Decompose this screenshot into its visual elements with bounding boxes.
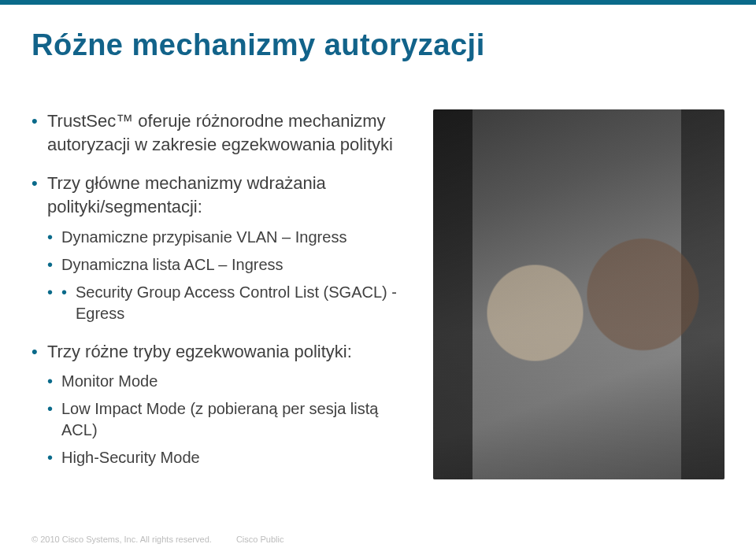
bullet-text: Trzy główne mechanizmy wdrażania polityk… xyxy=(47,173,326,216)
bullet-item: Dynamiczna lista ACL – Ingress xyxy=(47,254,410,276)
bullet-item: High-Security Mode xyxy=(47,447,410,468)
slide-title: Różne mechanizmy autoryzacji xyxy=(32,28,724,62)
top-accent-bar xyxy=(0,0,756,5)
bullet-text: Trzy różne tryby egzekwowania polityki: xyxy=(47,342,352,361)
bullet-item: Monitor Mode xyxy=(47,371,410,392)
bullet-item: Trzy główne mechanizmy wdrażania polityk… xyxy=(32,172,410,324)
bullet-text: Monitor Mode xyxy=(61,372,158,390)
image-column xyxy=(428,109,724,479)
bullet-text: High-Security Mode xyxy=(61,449,200,466)
bullet-list-level2: Monitor Mode Low Impact Mode (z pobieran… xyxy=(47,371,410,468)
bullet-text: Security Group Access Control List (SGAC… xyxy=(76,283,397,322)
slide-photo xyxy=(433,109,724,479)
content-row: TrustSec™ oferuje różnorodne mechanizmy … xyxy=(32,109,724,484)
bullet-text: Dynamiczne przypisanie VLAN – Ingress xyxy=(61,228,346,246)
footer-label: Cisco Public xyxy=(236,535,284,544)
bullet-list-level3: Security Group Access Control List (SGAC… xyxy=(61,282,410,324)
bullet-text: Dynamiczna lista ACL – Ingress xyxy=(61,256,284,273)
bullet-item: Dynamiczne przypisanie VLAN – Ingress xyxy=(47,227,410,248)
text-column: TrustSec™ oferuje różnorodne mechanizmy … xyxy=(32,109,410,484)
bullet-list-level1: TrustSec™ oferuje różnorodne mechanizmy … xyxy=(32,109,410,468)
bullet-item: Low Impact Mode (z pobieraną per sesja l… xyxy=(47,398,410,441)
bullet-text: Low Impact Mode (z pobieraną per sesja l… xyxy=(61,400,378,438)
bullet-item: Security Group Access Control List (SGAC… xyxy=(61,282,410,324)
slide: Różne mechanizmy autoryzacji TrustSec™ o… xyxy=(0,0,756,555)
slide-footer: © 2010 Cisco Systems, Inc. All rights re… xyxy=(32,535,284,544)
bullet-list-level2: Dynamiczne przypisanie VLAN – Ingress Dy… xyxy=(47,227,410,324)
footer-copyright: © 2010 Cisco Systems, Inc. All rights re… xyxy=(32,535,212,544)
bullet-item: Trzy różne tryby egzekwowania polityki: … xyxy=(32,340,410,469)
bullet-text: TrustSec™ oferuje różnorodne mechanizmy … xyxy=(47,111,393,154)
bullet-item: TrustSec™ oferuje różnorodne mechanizmy … xyxy=(32,109,410,156)
bullet-item: Security Group Access Control List (SGAC… xyxy=(47,282,410,324)
